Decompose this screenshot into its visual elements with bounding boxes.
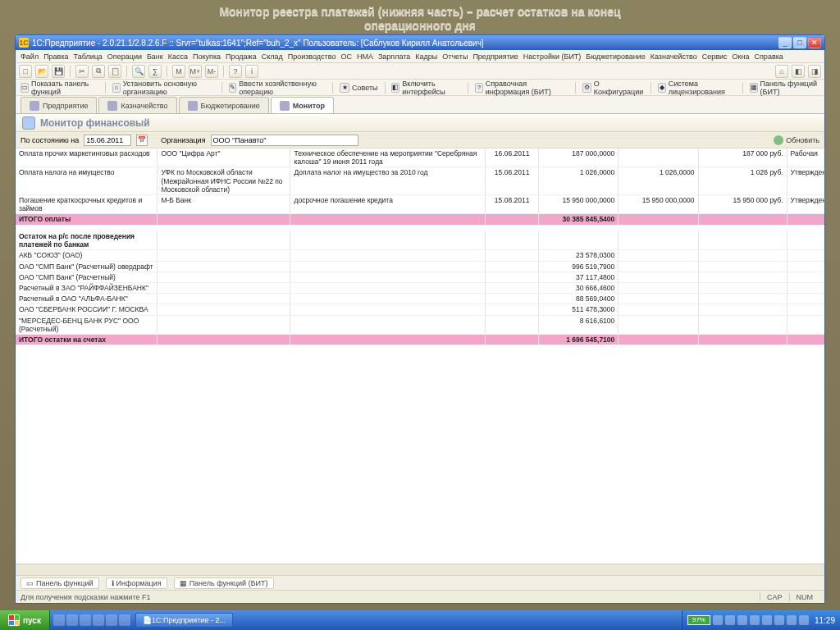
bottom-tab-bit[interactable]: ▦ Панель функций (БИТ) [174,578,274,589]
table-row[interactable]: "МЕРСЕДЕС-БЕНЦ БАНК РУС" ООО (Расчетный)… [16,315,824,334]
menu-item[interactable]: Бюджетирование [586,52,645,61]
table-row[interactable]: АКБ "СОЮЗ" (ОАО)23 578,0300АКБ "СОЮЗ" (О… [16,250,824,261]
close-button[interactable]: ✕ [808,37,821,48]
menu-item[interactable]: Банк [147,52,163,61]
tab-предприятие[interactable]: Предприятие [21,97,97,113]
table-row[interactable]: Оплата налога на имуществоУФК по Московс… [16,167,824,195]
calendar-icon[interactable]: 📅 [136,135,148,146]
menu-item[interactable]: Предприятие [472,52,518,61]
ql-icon[interactable] [93,614,104,626]
tray-icon[interactable] [737,615,747,625]
ref-info-button[interactable]: ?Справочная информация (БИТ) [475,80,568,96]
license-button[interactable]: ◆Система лицензирования [658,80,736,96]
tool-help-icon[interactable]: ? [229,65,242,78]
tool-m-icon[interactable]: M [172,65,185,78]
show-panel-button[interactable]: ▭Показать панель функций [21,80,98,96]
clock[interactable]: 11:29 [815,616,835,625]
tool-right2-icon[interactable]: ◧ [792,65,805,78]
config-button[interactable]: ⚙О Конфигурации [582,80,645,96]
menu-item[interactable]: Производство [288,52,336,61]
task-button[interactable]: 📄 1С:Предприятие - 2... [135,613,233,628]
tray-icon[interactable] [787,615,797,625]
ql-icon[interactable] [106,614,117,626]
enter-op-button[interactable]: ✎Ввести хозяйственную операцию [229,80,326,96]
table-row[interactable]: Оплата прочих маркетинговых расходовООО … [16,148,824,167]
tray-icon[interactable] [750,615,760,625]
date-input[interactable] [84,135,131,146]
table-row[interactable] [16,225,824,231]
refresh-button[interactable]: Обновить [774,135,819,145]
menu-item[interactable]: Покупка [193,52,221,61]
cell: Техническое обеспечение на мероприятии "… [290,148,486,167]
grid-h-scroll[interactable] [16,564,824,575]
start-button[interactable]: пуск [0,610,50,630]
menu-item[interactable]: ОС [340,52,352,61]
tool-cut-icon[interactable]: ✂ [75,65,89,78]
bottom-tab-panel[interactable]: ▭ Панель функций [21,578,99,589]
ql-icon[interactable] [119,614,130,626]
tool-mplus-icon[interactable]: M+ [189,65,202,78]
tool-paste-icon[interactable]: 📋 [108,65,121,78]
tray-icon[interactable] [725,615,735,625]
func-panel-button[interactable]: ▦Панель функций (БИТ) [750,80,819,96]
grid-scroll[interactable]: Оплата прочих маркетинговых расходовООО … [16,148,824,564]
menu-item[interactable]: Казначейство [651,52,697,61]
menubar[interactable]: ФайлПравкаТаблицаОперацииБанкКассаПокупк… [16,50,824,63]
ql-icon[interactable] [66,614,78,626]
table-row[interactable]: ИТОГО оплаты30 385 845,5400 [16,214,824,225]
menu-item[interactable]: Склад [262,52,283,61]
tool-right1-icon[interactable]: ⌂ [775,65,788,78]
advice-button[interactable]: ★Советы [340,83,377,93]
table-row[interactable]: Расчетный в ОАО "АЛЬФА-БАНК"88 569,0400О… [16,294,824,304]
tray-icon[interactable] [774,615,784,625]
table-row[interactable]: Остаток на р/с после проведения платежей… [16,231,824,250]
menu-item[interactable]: Правка [43,52,68,61]
org-input[interactable] [211,135,358,146]
ql-icon[interactable] [53,614,65,626]
tab-монитор[interactable]: Монитор [271,97,334,113]
menu-item[interactable]: Зарплата [378,52,410,61]
table-row[interactable]: Погашение краткосрочных кредитов и займо… [16,194,824,213]
table-row[interactable]: ИТОГО остатки на счетах1 696 545,7100 [16,334,824,345]
table-row[interactable]: ОАО "СБЕРБАНК РОССИИ" Г. МОСКВА511 478,3… [16,304,824,315]
tray-icon[interactable] [762,615,772,625]
table-row[interactable]: Расчетный в ЗАО "РАЙФФАЙЗЕНБАНК"30 666,4… [16,282,824,293]
menu-item[interactable]: Справка [755,52,783,61]
tool-save-icon[interactable]: 💾 [52,65,65,78]
interfaces-button[interactable]: ◧Включить интерфейсы [391,80,461,96]
battery-icon[interactable]: 97% [687,615,710,625]
menu-item[interactable]: Настройки (БИТ) [523,52,582,61]
tab-бюджетирование[interactable]: Бюджетирование [179,97,269,113]
table-row[interactable]: ОАО "СМП Банк" (Расчетный) овердрафт996 … [16,261,824,272]
tool-info-icon[interactable]: i [245,65,258,78]
menu-item[interactable]: Отчеты [442,52,468,61]
tool-mminus-icon[interactable]: M- [205,65,218,78]
tool-new-icon[interactable]: □ [19,65,32,78]
tool-right3-icon[interactable]: ◨ [808,65,821,78]
menu-item[interactable]: Сервис [702,52,728,61]
tray-icon[interactable] [713,615,723,625]
bottom-tab-info[interactable]: ℹ Информация [106,578,167,589]
titlebar[interactable]: 1C 1С:Предприятие - 2.0.21.1/2.8.2.6.F :… [16,35,824,50]
table-row[interactable]: ОАО "СМП Банк" (Расчетный)37 117,4800ОАО… [16,272,824,282]
tool-open-icon[interactable]: 📂 [35,65,48,78]
cell: Погашение краткосрочных кредитов и займо… [16,194,158,213]
tab-казначейство[interactable]: Казначейство [98,97,176,113]
tray-icon[interactable] [799,615,809,625]
maximize-button[interactable]: □ [793,37,806,48]
tool-copy-icon[interactable]: ⧉ [92,65,105,78]
ql-icon[interactable] [80,614,91,626]
menu-item[interactable]: НМА [357,52,373,61]
menu-item[interactable]: Кадры [415,52,437,61]
menu-item[interactable]: Касса [168,52,188,61]
menu-item[interactable]: Продажа [226,52,257,61]
minimize-button[interactable]: _ [778,37,792,48]
set-org-button[interactable]: ⌂Установить основную организацию [112,80,215,96]
tool-find-icon[interactable]: 🔍 [132,65,145,78]
cell: Оплата прочих маркетинговых расходов [16,148,158,167]
menu-item[interactable]: Файл [21,52,39,61]
tool-calc-icon[interactable]: ∑ [148,65,162,78]
menu-item[interactable]: Операции [107,52,142,61]
menu-item[interactable]: Таблица [74,52,103,61]
menu-item[interactable]: Окна [733,52,750,61]
